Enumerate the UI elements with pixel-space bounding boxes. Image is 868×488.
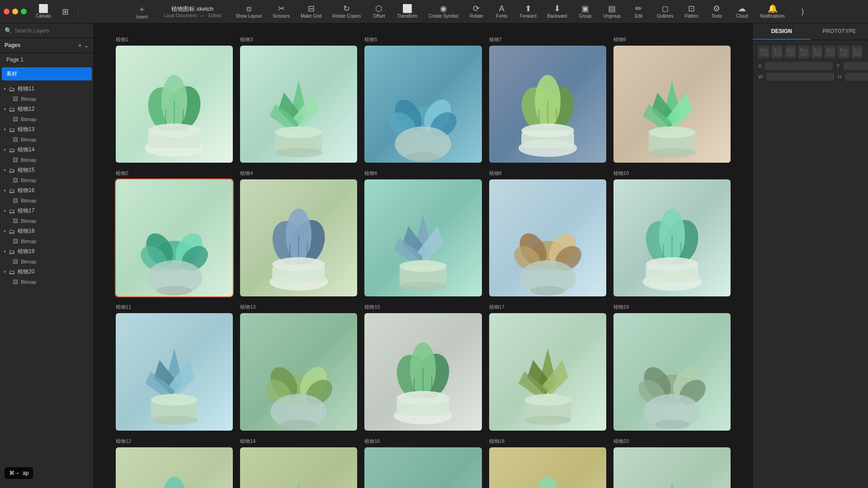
fonts-button[interactable]: A Fonts bbox=[491, 3, 513, 20]
plant-image-16[interactable] bbox=[116, 447, 233, 488]
transform-button[interactable]: ⬜ Transform bbox=[393, 3, 421, 20]
plant-image-13[interactable] bbox=[364, 313, 481, 430]
plant-cell-11[interactable]: 植物11 bbox=[112, 300, 236, 434]
distribute-h-button[interactable]: ⬛ bbox=[838, 46, 849, 58]
layer-group-植物11[interactable]: ▾ 🗂 植物11 bbox=[0, 83, 94, 94]
align-right-button[interactable]: ⬛ bbox=[785, 46, 796, 58]
pages-menu-button[interactable]: ⌄ bbox=[84, 42, 89, 49]
outlines-button[interactable]: ◻ Outlines bbox=[653, 3, 677, 20]
plant-cell-6[interactable]: 植物2 bbox=[112, 166, 236, 300]
layer-child-植物18[interactable]: 🖼 Bitmap bbox=[0, 237, 94, 246]
layer-group-植物16[interactable]: ▾ 🗂 植物16 bbox=[0, 185, 94, 196]
layer-child-植物12[interactable]: 🖼 Bitmap bbox=[0, 115, 94, 124]
plant-image-11[interactable] bbox=[116, 313, 233, 430]
plant-image-15[interactable] bbox=[613, 313, 731, 430]
plant-image-10[interactable] bbox=[613, 179, 731, 296]
create-symbol-button[interactable]: ◉ Create Symbol bbox=[425, 3, 462, 20]
plant-image-14[interactable] bbox=[489, 313, 606, 430]
layer-child-植物13[interactable]: 🖼 Bitmap bbox=[0, 135, 94, 144]
layer-group-植物18[interactable]: ▾ 🗂 植物18 bbox=[0, 225, 94, 237]
align-center-v-button[interactable]: ⬛ bbox=[811, 46, 823, 58]
plant-cell-12[interactable]: 植物13 bbox=[236, 300, 361, 434]
plant-image-6[interactable] bbox=[116, 179, 233, 296]
layer-group-植物17[interactable]: ▾ 🗂 植物17 bbox=[0, 205, 94, 216]
close-button[interactable] bbox=[4, 9, 9, 14]
plant-image-18[interactable] bbox=[364, 447, 481, 488]
notifications-button[interactable]: 🔔 Notifications bbox=[756, 3, 788, 20]
rotate-button[interactable]: ⟳ Rotate bbox=[466, 3, 487, 20]
layer-child-植物15[interactable]: 🖼 Bitmap bbox=[0, 176, 94, 185]
group-button[interactable]: ▣ Group bbox=[574, 3, 596, 20]
layer-group-植物15[interactable]: ▾ 🗂 植物15 bbox=[0, 164, 94, 176]
plant-image-19[interactable] bbox=[489, 447, 606, 488]
layer-child-植物19[interactable]: 🖼 Bitmap bbox=[0, 257, 94, 266]
maximize-button[interactable] bbox=[21, 9, 27, 14]
insert-button[interactable]: ＋ Insert bbox=[131, 2, 153, 21]
w-input[interactable] bbox=[766, 73, 834, 81]
tab-prototype[interactable]: PROTOTYPE bbox=[811, 23, 868, 40]
align-center-h-button[interactable]: ⬛ bbox=[771, 46, 783, 58]
layer-child-植物17[interactable]: 🖼 Bitmap bbox=[0, 216, 94, 225]
scissors-button[interactable]: ✂ Scissors bbox=[269, 3, 293, 20]
align-bottom-button[interactable]: ⬛ bbox=[825, 46, 836, 58]
search-input[interactable] bbox=[14, 28, 89, 34]
x-input[interactable] bbox=[765, 62, 833, 70]
layer-child-植物14[interactable]: 🖼 Bitmap bbox=[0, 155, 94, 164]
offset-button[interactable]: ⬡ Offset bbox=[368, 3, 390, 20]
plant-image-3[interactable] bbox=[364, 46, 481, 163]
plant-cell-15[interactable]: 植物19 bbox=[610, 300, 734, 434]
plant-cell-19[interactable]: 植物18 bbox=[486, 434, 610, 488]
layer-group-植物12[interactable]: ▾ 🗂 植物12 bbox=[0, 103, 94, 115]
plant-cell-7[interactable]: 植物4 bbox=[236, 166, 361, 300]
align-top-button[interactable]: ⬛ bbox=[798, 46, 809, 58]
plant-cell-3[interactable]: 植物5 bbox=[361, 33, 485, 166]
plant-cell-13[interactable]: 植物15 bbox=[361, 300, 485, 434]
plant-cell-18[interactable]: 植物16 bbox=[361, 434, 485, 488]
minimize-button[interactable] bbox=[12, 9, 18, 14]
plant-image-1[interactable] bbox=[116, 46, 233, 163]
layer-group-植物19[interactable]: ▾ 🗂 植物19 bbox=[0, 246, 94, 257]
tab-design[interactable]: DESIGN bbox=[753, 23, 811, 40]
tools-button[interactable]: ⚙ Tools bbox=[706, 3, 727, 20]
edit-button[interactable]: ✏ Edit bbox=[628, 3, 650, 20]
plant-cell-10[interactable]: 植物10 bbox=[610, 166, 734, 300]
plant-cell-2[interactable]: 植物3 bbox=[236, 33, 361, 166]
plant-image-2[interactable] bbox=[240, 46, 357, 163]
layer-child-植物11[interactable]: 🖼 Bitmap bbox=[0, 94, 94, 103]
forward-button[interactable]: ⬆ Forward bbox=[516, 3, 540, 20]
layer-child-植物20[interactable]: 🖼 Bitmap bbox=[0, 277, 94, 286]
layer-group-植物20[interactable]: ▾ 🗂 植物20 bbox=[0, 266, 94, 277]
page-item-page1[interactable]: Page 1 bbox=[2, 54, 92, 66]
plant-cell-5[interactable]: 植物9 bbox=[610, 33, 734, 166]
plant-image-12[interactable] bbox=[240, 313, 357, 430]
plant-cell-20[interactable]: 植物20 bbox=[610, 434, 734, 488]
y-input[interactable] bbox=[844, 62, 868, 70]
expand-button[interactable]: ⟩ bbox=[792, 6, 814, 18]
show-layout-button[interactable]: ⧈ Show Layout bbox=[232, 3, 265, 20]
plant-image-4[interactable] bbox=[489, 46, 606, 163]
layer-group-植物14[interactable]: ▾ 🗂 植物14 bbox=[0, 144, 94, 155]
rotate-copies-button[interactable]: ↻ Rotate Copies bbox=[329, 3, 364, 20]
plant-cell-1[interactable]: 植物1 bbox=[112, 33, 236, 166]
plant-cell-14[interactable]: 植物17 bbox=[486, 300, 610, 434]
h-input[interactable] bbox=[845, 73, 868, 81]
cloud-button[interactable]: ☁ Cloud bbox=[731, 3, 753, 20]
plant-image-9[interactable] bbox=[489, 179, 606, 296]
layer-child-植物16[interactable]: 🖼 Bitmap bbox=[0, 196, 94, 205]
ungroup-button[interactable]: ▤ Ungroup bbox=[599, 3, 624, 20]
flatten-button[interactable]: ⊡ Flatten bbox=[680, 3, 702, 20]
plant-cell-4[interactable]: 植物7 bbox=[486, 33, 610, 166]
plant-cell-17[interactable]: 植物14 bbox=[236, 434, 361, 488]
page-item-sucai[interactable]: 素材 bbox=[2, 67, 92, 80]
plant-cell-16[interactable]: 植物12 bbox=[112, 434, 236, 488]
make-grid-button[interactable]: ⊟ Make Grid bbox=[297, 3, 325, 20]
add-page-button[interactable]: + bbox=[78, 42, 82, 49]
plant-image-20[interactable] bbox=[613, 447, 731, 488]
plant-cell-9[interactable]: 植物8 bbox=[486, 166, 610, 300]
canvas-area[interactable]: 植物1 植物3 bbox=[94, 23, 752, 488]
plant-cell-8[interactable]: 植物6 bbox=[361, 166, 485, 300]
layer-group-植物13[interactable]: ▾ 🗂 植物13 bbox=[0, 124, 94, 135]
plant-image-5[interactable] bbox=[613, 46, 731, 163]
align-left-button[interactable]: ⬛ bbox=[758, 46, 769, 58]
canvas-button[interactable]: ⬜ Canvas bbox=[32, 3, 55, 20]
